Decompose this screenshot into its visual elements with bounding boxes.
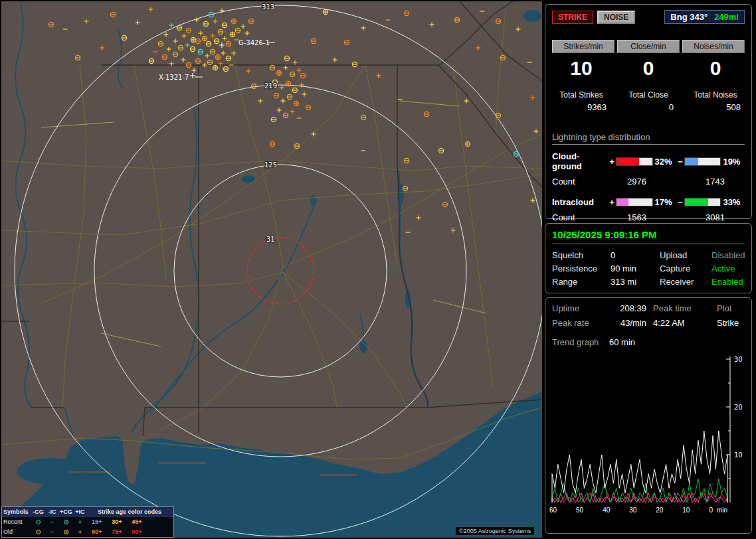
close-per-min-header[interactable]: Close/min <box>617 40 680 53</box>
map-canvas: 313 219 125 31 G-3426-1 X-1321-7 <box>1 1 542 538</box>
capture-label: Capture <box>660 264 711 273</box>
status-panel: 10/25/2025 9:09:16 PM Squelch 0 Upload D… <box>545 223 752 293</box>
trend-series-layer <box>552 431 727 502</box>
uptime-value: 208:39 <box>609 303 653 313</box>
legend-symbols-label: Symbols <box>3 508 31 516</box>
map-legend: Symbols -CG -IC +CG +IC Strike age color… <box>1 506 174 538</box>
persistence-label: Persistence <box>552 264 611 273</box>
cg-negative-fill <box>685 158 698 165</box>
age-60: 60+ <box>87 528 107 536</box>
legend-col-cg-pos: +CG <box>59 508 73 516</box>
ic-negative-count: 3081 <box>646 212 725 222</box>
copyright-notice: ©2005 Astrogenic Systems <box>456 527 534 535</box>
ic-minus-icon: − <box>45 528 59 536</box>
trend-window-value: 60 min <box>609 337 745 347</box>
ic-plus-icon: + <box>73 518 87 526</box>
cg-plus-icon: ⊕ <box>59 518 73 526</box>
total-close-value: 0 <box>619 102 678 112</box>
capture-value: Active <box>711 264 745 273</box>
total-strikes-value: 9363 <box>552 102 611 112</box>
total-noises-label: Total Noises <box>686 90 745 100</box>
legend-header: Symbols -CG -IC +CG +IC Strike age color… <box>2 507 173 517</box>
strikes-per-min-value: 10 <box>552 57 611 80</box>
noise-mode-button[interactable]: NOISE <box>597 11 635 24</box>
ic-negative-pct: 33% <box>721 197 745 207</box>
squelch-label: Squelch <box>552 250 611 260</box>
stats-panel: STRIKE NOISE Bng 343° 249mi Strikes/min … <box>545 4 752 219</box>
strike-symbol <box>202 36 207 40</box>
cg-minus-icon: ⊖ <box>31 528 45 536</box>
squelch-value: 0 <box>611 250 660 260</box>
trend-series-strike-rate-white <box>552 431 727 502</box>
trend-series-intracloud-green <box>552 479 727 502</box>
ytick-20: 20 <box>734 404 743 411</box>
datetime-display: 10/25/2025 9:09:16 PM <box>552 229 745 244</box>
legend-row-recent: Recent ⊖ − ⊕ + 15+ 30+ 45+ <box>2 517 173 527</box>
age-75: 75+ <box>107 528 127 536</box>
cloud-ground-label: Cloud-ground <box>552 151 608 171</box>
trend-graph-row: Trend graph 60 min <box>552 337 745 347</box>
cg-minus-icon: ⊖ <box>31 518 45 526</box>
plot-label: Plot <box>717 303 745 313</box>
total-close-label: Total Close <box>619 90 678 100</box>
app-window: { "app": {"copyright": "©2005 Astrogenic… <box>0 0 756 539</box>
close-per-min-value: 0 <box>619 57 678 80</box>
rate-values: 10 0 0 <box>552 57 745 80</box>
legend-recent-label: Recent <box>3 518 31 526</box>
xtick-0: 0 <box>709 506 713 514</box>
trend-x-axis-labels: 60 50 40 30 20 10 0 <box>549 506 713 514</box>
cloud-ground-row: Cloud-ground + 32% − 19% <box>552 151 745 171</box>
xtick-30: 30 <box>629 506 636 514</box>
session-panel: Uptime 208:39 Peak time Plot Peak rate 4… <box>545 297 752 534</box>
ic-negative-bar <box>684 198 721 206</box>
intracloud-label: Intracloud <box>552 197 608 207</box>
upload-value: Disabled <box>711 250 745 260</box>
ic-positive-fill <box>616 198 628 206</box>
xtick-20: 20 <box>656 506 663 514</box>
strike-symbol <box>191 37 195 42</box>
strikes-per-min-header[interactable]: Strikes/min <box>552 40 614 53</box>
bearing-value: Bng 343° <box>670 12 708 22</box>
strike-mode-button[interactable]: STRIKE <box>552 11 593 24</box>
strike-symbol <box>215 54 220 59</box>
legend-age-title: Strike age color codes <box>87 508 172 516</box>
ic-negative-fill <box>685 198 708 206</box>
trend-axis <box>726 356 730 502</box>
noises-per-min-header[interactable]: Noises/min <box>682 40 745 53</box>
mode-toolbar: STRIKE NOISE Bng 343° 249mi <box>552 10 745 24</box>
range-label: Range <box>552 277 611 287</box>
trend-graph: 30 20 10 <box>549 355 749 505</box>
strike-symbol <box>231 19 236 23</box>
peak-rate-value: 43/min <box>609 318 653 328</box>
ring-label-219: 219 <box>264 82 277 90</box>
bearing-readout[interactable]: Bng 343° 249mi <box>664 10 745 24</box>
age-15: 15+ <box>87 518 107 526</box>
legend-old-label: Old <box>3 528 31 536</box>
ic-plus-icon: + <box>73 528 87 536</box>
age-45: 45+ <box>127 518 147 526</box>
strike-symbol <box>230 32 235 37</box>
bearing-range-value: 249mi <box>714 12 739 22</box>
minus-sign: − <box>676 157 684 167</box>
cg-negative-bar <box>684 157 721 166</box>
intracloud-count-row: Count 1563 3081 <box>552 212 745 222</box>
total-strikes-label: Total Strikes <box>552 90 611 100</box>
strike-symbol <box>465 141 470 146</box>
session-grid: Uptime 208:39 Peak time Plot Peak rate 4… <box>552 303 745 328</box>
cg-negative-pct: 19% <box>721 157 745 167</box>
cell-label: G-3426-1 <box>238 39 270 46</box>
strike-symbol <box>276 70 281 75</box>
plot-value: Strike <box>717 318 745 328</box>
strike-symbol <box>323 9 328 14</box>
plus-sign: + <box>608 197 616 207</box>
lightning-map[interactable]: 313 219 125 31 G-3426-1 X-1321-7 Symbols… <box>1 1 542 538</box>
cg-plus-icon: ⊕ <box>59 528 73 536</box>
persistence-value: 90 min <box>611 264 660 273</box>
peak-time-label: Peak time <box>653 303 717 313</box>
rate-headers: Strikes/min Close/min Noises/min <box>552 40 745 53</box>
xtick-60: 60 <box>549 506 557 514</box>
cloud-ground-count-row: Count 2976 1743 <box>552 177 745 187</box>
legend-col-ic-pos: +IC <box>73 508 87 516</box>
count-label: Count <box>552 177 603 187</box>
cg-positive-count: 2976 <box>603 177 646 187</box>
